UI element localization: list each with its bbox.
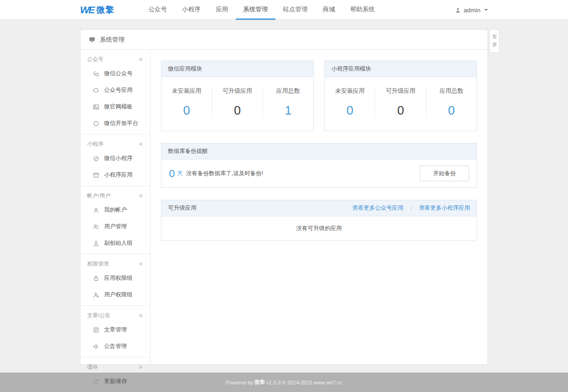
sidebar: 公众号 微信公众号 公众号应用 微官 — [80, 50, 151, 365]
article-icon — [93, 327, 99, 333]
system-management-panel: 宽 屏 系统管理 公众号 — [80, 29, 488, 365]
start-backup-button[interactable]: 开始备份 — [420, 166, 469, 181]
sidebar-item-label: 公众号应用 — [104, 86, 133, 94]
users-icon — [93, 223, 99, 230]
sidebar-item-user-permission-group[interactable]: 用户权限组 — [80, 286, 150, 303]
main-nav: 公众号 小程序 应用 系统管理 站点管理 商城 帮助系统 — [141, 0, 382, 20]
backup-days-unit: 天 — [177, 169, 183, 178]
sidebar-item-micro-site-templates[interactable]: 微官网模板 — [80, 98, 150, 115]
sidebar-section-mini-program: 小程序 微信小程序 小程序应用 — [80, 134, 150, 186]
stat-label: 应用总数 — [265, 87, 311, 95]
stat-label: 应用总数 — [428, 87, 475, 95]
card-title: 可升级应用 — [168, 204, 196, 212]
sidebar-section-permissions: 权限管理 应用权限组 用户权限组 — [80, 254, 150, 306]
chevron-down-icon — [484, 9, 488, 11]
gear-icon[interactable] — [138, 261, 143, 267]
nav-item-site-management[interactable]: 站点管理 — [275, 0, 315, 20]
section-title: 文章/公告 — [87, 312, 110, 319]
nav-item-official-accounts[interactable]: 公众号 — [141, 0, 175, 20]
user-avatar-icon — [455, 7, 461, 13]
sidebar-item-official-apps[interactable]: 公众号应用 — [80, 82, 150, 98]
gear-icon[interactable] — [138, 193, 143, 198]
sidebar-item-label: 我的帐户 — [104, 206, 127, 214]
stat-label: 未安装应用 — [163, 87, 210, 95]
sidebar-item-label: 公告管理 — [104, 342, 127, 350]
widescreen-label-top: 宽 — [490, 33, 499, 41]
sidebar-item-announcement-management[interactable]: 公告管理 — [80, 338, 150, 355]
monitor-icon — [89, 36, 96, 43]
section-title: 公众号 — [87, 56, 104, 63]
sidebar-item-miniprogram-apps[interactable]: 小程序应用 — [80, 167, 150, 183]
backup-days-count: 0 — [169, 168, 175, 180]
panel-header: 系统管理 — [80, 30, 488, 50]
miniprogram-modules-card: 小程序应用模块 未安装应用 0 可升级应用 0 应用总数 — [324, 61, 477, 131]
wechat-chat-icon — [93, 71, 99, 77]
card-title: 微信应用模块 — [161, 61, 313, 77]
user-gear-icon — [93, 292, 99, 298]
app-box-icon — [93, 172, 99, 178]
section-title: 帐户/用户 — [87, 192, 110, 199]
top-navbar: WE 微擎 公众号 小程序 应用 系统管理 站点管理 商城 帮助系统 admin — [0, 0, 568, 20]
footer-version: v1.5.9 © 2014-2015 www.we7.cc — [266, 380, 342, 385]
sidebar-item-app-permission-group[interactable]: 应用权限组 — [80, 270, 150, 286]
template-image-icon — [93, 104, 99, 110]
no-upgradable-apps-text: 没有可升级的应用 — [161, 216, 477, 241]
widescreen-toggle[interactable]: 宽 屏 — [489, 29, 499, 53]
stat-uninstalled-apps: 未安装应用 0 — [161, 87, 212, 118]
sidebar-item-label: 小程序应用 — [104, 171, 133, 179]
nav-item-mall[interactable]: 商城 — [315, 0, 343, 20]
stat-value: 0 — [327, 103, 373, 118]
user-icon — [93, 207, 99, 214]
sidebar-item-label: 微信开放平台 — [104, 119, 138, 127]
miniprogram-icon — [93, 155, 99, 162]
sidebar-item-label: 应用权限组 — [104, 274, 133, 282]
sidebar-item-label: 用户权限组 — [104, 291, 133, 299]
content-area: 微信应用模块 未安装应用 0 可升级应用 0 应用总数 — [151, 50, 488, 365]
open-platform-ring-icon — [93, 120, 99, 127]
nav-item-help-system[interactable]: 帮助系统 — [343, 0, 382, 20]
sidebar-item-label: 微官网模板 — [104, 103, 133, 111]
db-backup-card: 数据库备份提醒 0 天 没有备份数据库了,请及时备份! 开始备份 — [161, 143, 477, 188]
sidebar-item-label: 微信公众号 — [104, 70, 133, 78]
sidebar-item-label: 副创始人组 — [104, 239, 133, 247]
admin-user-menu[interactable]: admin — [455, 7, 488, 14]
sidebar-item-label: 文章管理 — [104, 326, 127, 334]
weengine-logo[interactable]: WE 微擎 — [80, 4, 115, 16]
more-miniprogram-apps-link[interactable]: 查看更多小程序应用 — [419, 204, 470, 212]
stat-total-apps: 应用总数 0 — [426, 87, 477, 118]
widescreen-label-bottom: 屏 — [490, 41, 499, 49]
section-title: 缓存 — [87, 364, 98, 371]
sidebar-item-my-account[interactable]: 我的帐户 — [80, 202, 150, 218]
card-title: 小程序应用模块 — [325, 61, 477, 77]
sidebar-section-article-announcement: 文章/公告 文章管理 公告管理 — [80, 306, 150, 357]
sidebar-item-user-management[interactable]: 用户管理 — [80, 218, 150, 235]
logo-we-monogram: WE — [80, 4, 94, 16]
nav-item-mini-programs[interactable]: 小程序 — [175, 0, 208, 20]
sidebar-section-account-user: 帐户/用户 我的帐户 用户管理 副创 — [80, 186, 150, 254]
stat-label: 可升级应用 — [377, 87, 424, 95]
more-official-apps-link[interactable]: 查看更多公众号应用 — [352, 204, 403, 212]
sidebar-item-wechat-open-platform[interactable]: 微信开放平台 — [80, 115, 150, 132]
page-background: 宽 屏 系统管理 公众号 — [0, 20, 568, 373]
nav-item-apps[interactable]: 应用 — [208, 0, 236, 20]
sidebar-item-article-management[interactable]: 文章管理 — [80, 321, 150, 338]
stat-label: 可升级应用 — [214, 87, 260, 95]
sidebar-item-wechat-miniprogram[interactable]: 微信小程序 — [80, 150, 150, 167]
section-title: 小程序 — [87, 141, 104, 148]
admin-username: admin — [464, 7, 480, 14]
nav-item-system-management[interactable]: 系统管理 — [236, 0, 275, 20]
sidebar-item-label: 微信小程序 — [104, 154, 133, 162]
stat-value: 1 — [265, 103, 311, 118]
gear-icon[interactable] — [138, 57, 143, 62]
sidebar-item-wechat-official[interactable]: 微信公众号 — [80, 65, 150, 82]
sidebar-section-cache: 缓存 更新缓存 — [80, 357, 150, 392]
link-separator: | — [410, 205, 412, 211]
sidebar-item-update-cache[interactable]: 更新缓存 — [80, 373, 150, 390]
stat-value: 0 — [428, 103, 475, 118]
sidebar-item-vice-founder-group[interactable]: 副创始人组 — [80, 235, 150, 251]
gear-icon[interactable] — [138, 313, 143, 318]
gear-icon[interactable] — [138, 365, 143, 370]
stat-upgradable-apps: 可升级应用 0 — [375, 87, 426, 118]
gear-icon[interactable] — [138, 142, 143, 147]
sidebar-item-label: 用户管理 — [104, 223, 127, 231]
